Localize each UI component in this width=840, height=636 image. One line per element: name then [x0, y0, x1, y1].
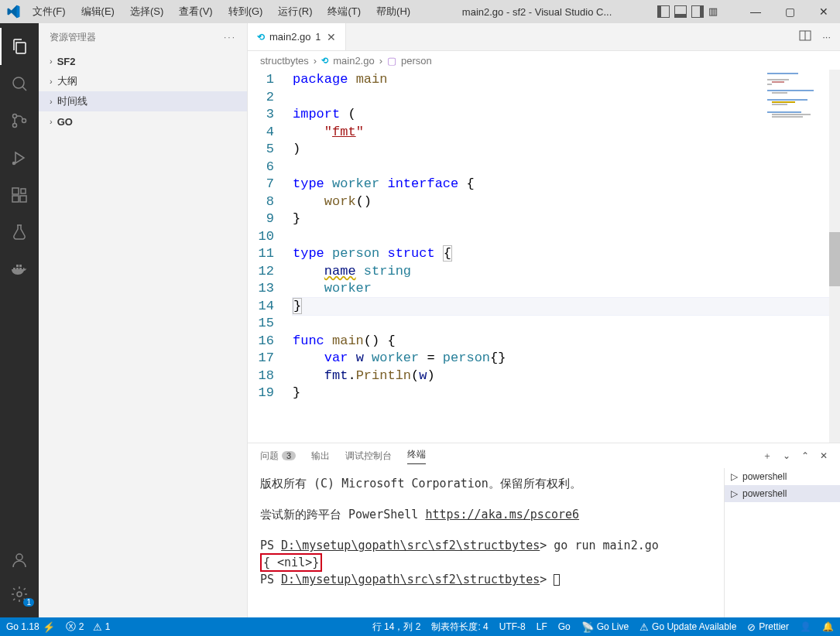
editor-scrollbar[interactable] — [829, 70, 840, 443]
testing-icon[interactable] — [0, 214, 39, 251]
breadcrumb-folder[interactable]: structbytes — [260, 55, 309, 67]
panel-tab-terminal[interactable]: 终端 — [407, 448, 426, 464]
extensions-icon[interactable] — [0, 176, 39, 214]
svg-rect-7 — [20, 196, 26, 202]
tab-main2-go[interactable]: ⟲ main2.go 1 ✕ — [248, 23, 346, 50]
layout-controls: ▥ — [657, 5, 722, 18]
sidebar-more-icon[interactable]: ··· — [224, 32, 236, 43]
terminal-line: 尝试新的跨平台 PowerShell https://aka.ms/pscore… — [260, 507, 711, 522]
breadcrumb-file[interactable]: main2.go — [333, 55, 374, 67]
breadcrumb-symbol[interactable]: person — [401, 55, 432, 67]
terminal-entry[interactable]: ▷powershell — [725, 468, 840, 485]
toggle-panel-icon[interactable] — [674, 5, 687, 18]
source-control-icon[interactable] — [0, 102, 39, 139]
sidebar-section-sf2[interactable]: ›SF2 — [39, 51, 247, 71]
close-panel-icon[interactable]: ✕ — [820, 450, 828, 461]
disabled-icon: ⊘ — [747, 621, 756, 633]
status-go-live[interactable]: 📡Go Live — [581, 621, 629, 633]
terminal-line: 版权所有 (C) Microsoft Corporation。保留所有权利。 — [260, 476, 711, 491]
scrollbar-thumb[interactable] — [829, 232, 840, 286]
svg-rect-6 — [12, 196, 19, 202]
panel-tab-debug-console[interactable]: 调试控制台 — [345, 450, 392, 463]
minimize-button[interactable]: — — [746, 5, 766, 18]
close-button[interactable]: ✕ — [814, 5, 834, 18]
status-prettier[interactable]: ⊘Prettier — [747, 621, 789, 633]
menu-help[interactable]: 帮助(H) — [370, 2, 417, 22]
status-eol[interactable]: LF — [537, 621, 547, 632]
status-encoding[interactable]: UTF-8 — [499, 621, 526, 632]
svg-rect-8 — [21, 189, 26, 193]
svg-point-1 — [13, 115, 17, 118]
toggle-secondary-sidebar-icon[interactable] — [691, 5, 704, 18]
explorer-icon[interactable] — [0, 28, 39, 65]
code-editor[interactable]: 12345678910111213141516171819 package ma… — [248, 70, 840, 443]
maximize-panel-icon[interactable]: ⌃ — [801, 450, 809, 461]
status-language[interactable]: Go — [558, 621, 571, 632]
explorer-sidebar: 资源管理器 ··· ›SF2 ›大纲 ›时间线 ›GO — [39, 23, 248, 617]
docker-icon[interactable] — [0, 251, 39, 288]
chevron-right-icon: › — [50, 117, 53, 126]
menu-selection[interactable]: 选择(S) — [124, 2, 170, 22]
breadcrumb[interactable]: structbytes › ⟲ main2.go › ▢ person — [248, 51, 840, 70]
editor-area: ⟲ main2.go 1 ✕ ··· structbytes › ⟲ main2… — [248, 23, 840, 617]
svg-rect-5 — [12, 188, 19, 194]
terminal-icon: ▷ — [731, 471, 738, 482]
maximize-button[interactable]: ▢ — [780, 5, 800, 18]
code-body[interactable]: package mainimport ( "fmt")type worker i… — [286, 70, 840, 443]
svg-point-4 — [13, 162, 15, 165]
svg-rect-13 — [19, 265, 22, 267]
vscode-logo-icon — [6, 5, 20, 19]
tab-bar: ⟲ main2.go 1 ✕ ··· — [248, 23, 840, 51]
split-editor-icon[interactable] — [799, 29, 811, 44]
menu-view[interactable]: 查看(V) — [173, 2, 218, 22]
status-bell-icon[interactable]: 🔔 — [822, 621, 834, 632]
panel-tab-output[interactable]: 输出 — [311, 450, 330, 463]
chevron-right-icon: › — [50, 77, 53, 86]
accounts-icon[interactable] — [0, 543, 39, 577]
menu-edit[interactable]: 编辑(E) — [75, 2, 121, 22]
terminal-line: { <nil>} — [260, 553, 711, 572]
run-debug-icon[interactable] — [0, 139, 39, 176]
status-tab-size[interactable]: 制表符长度: 4 — [431, 621, 488, 634]
menu-file[interactable]: 文件(F) — [26, 2, 72, 22]
sidebar-section-timeline[interactable]: ›时间线 — [39, 91, 247, 111]
sidebar-section-outline[interactable]: ›大纲 — [39, 71, 247, 91]
status-feedback-icon[interactable]: 👤 — [800, 621, 811, 632]
broadcast-icon: 📡 — [581, 621, 594, 633]
lightning-icon: ⚡ — [43, 621, 55, 633]
terminal-icon: ▷ — [731, 488, 738, 499]
status-errors-warnings[interactable]: ⓧ2 ⚠1 — [66, 620, 111, 634]
menu-bar: 文件(F) 编辑(E) 选择(S) 查看(V) 转到(G) 运行(R) 终端(T… — [26, 2, 417, 22]
go-file-icon: ⟲ — [321, 56, 328, 66]
status-go-update[interactable]: ⚠Go Update Available — [639, 621, 736, 633]
more-actions-icon[interactable]: ··· — [822, 31, 831, 43]
terminal-list: ▷powershell ▷powershell — [724, 468, 840, 617]
chevron-right-icon: › — [50, 97, 53, 106]
search-icon[interactable] — [0, 65, 39, 102]
error-icon: ⓧ — [66, 620, 76, 634]
struct-icon: ▢ — [387, 55, 396, 67]
window-title: main2.go - sf2 - Visual Studio C... — [417, 6, 657, 18]
panel-tab-problems[interactable]: 问题3 — [260, 450, 296, 463]
customize-layout-icon[interactable]: ▥ — [708, 5, 722, 18]
terminal-entry[interactable]: ▷powershell — [725, 485, 840, 502]
settings-icon[interactable] — [0, 577, 39, 611]
split-terminal-chevron-icon[interactable]: ⌄ — [783, 450, 790, 461]
sidebar-title: 资源管理器 — [50, 31, 96, 44]
toggle-sidebar-icon[interactable] — [657, 5, 670, 18]
menu-terminal[interactable]: 终端(T) — [321, 2, 367, 22]
terminal-output[interactable]: 版权所有 (C) Microsoft Corporation。保留所有权利。 尝… — [248, 468, 724, 617]
status-go-version[interactable]: Go 1.18⚡ — [6, 621, 55, 633]
new-terminal-icon[interactable]: ＋ — [763, 450, 772, 463]
window-controls: — ▢ ✕ — [746, 5, 834, 18]
menu-go[interactable]: 转到(G) — [222, 2, 269, 22]
panel-tab-bar: 问题3 输出 调试控制台 终端 ＋ ⌄ ⌃ ✕ — [248, 443, 840, 468]
titlebar: 文件(F) 编辑(E) 选择(S) 查看(V) 转到(G) 运行(R) 终端(T… — [0, 0, 840, 23]
menu-run[interactable]: 运行(R) — [272, 2, 318, 22]
close-tab-icon[interactable]: ✕ — [327, 31, 336, 43]
sidebar-section-go[interactable]: ›GO — [39, 111, 247, 132]
svg-point-15 — [17, 592, 22, 597]
status-bar: Go 1.18⚡ ⓧ2 ⚠1 行 14，列 2 制表符长度: 4 UTF-8 L… — [0, 617, 840, 636]
status-cursor-position[interactable]: 行 14，列 2 — [372, 621, 421, 634]
bottom-panel: 问题3 输出 调试控制台 终端 ＋ ⌄ ⌃ ✕ 版权所有 (C) Microso… — [248, 443, 840, 617]
